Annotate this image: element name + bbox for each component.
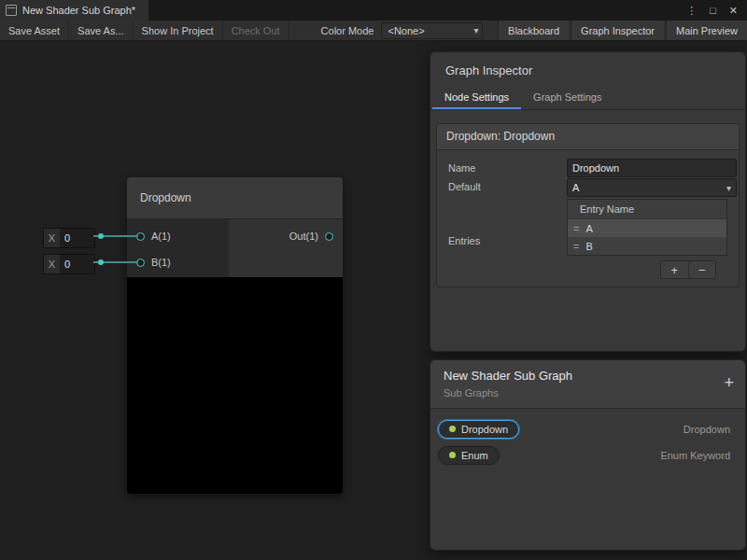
show-in-project-button[interactable]: Show In Project — [134, 21, 223, 40]
dropdown-property-pill[interactable]: Dropdown — [438, 420, 519, 439]
tab-graph-settings[interactable]: Graph Settings — [521, 85, 613, 109]
property-type: Enum Keyword — [660, 450, 730, 461]
node-title[interactable]: Dropdown — [127, 177, 343, 219]
entry-row-a[interactable]: = A — [568, 219, 726, 237]
add-entry-button[interactable]: + — [661, 261, 688, 278]
x-component-label: X — [44, 255, 60, 273]
graph-toolbar: Save Asset Save As... Show In Project Ch… — [0, 21, 747, 41]
blackboard-item-enum: Enum Enum Keyword — [438, 445, 730, 465]
entry-value: A — [585, 223, 592, 234]
name-label: Name — [448, 162, 475, 174]
chevron-down-icon: ▾ — [726, 183, 731, 193]
input-a-default-field[interactable]: X 0 — [43, 228, 95, 248]
x-component-label: X — [44, 229, 60, 247]
entries-list-header: Entry Name — [568, 200, 726, 219]
property-type: Dropdown — [684, 424, 730, 435]
maximize-icon[interactable]: □ — [710, 5, 716, 16]
chevron-down-icon: ▾ — [473, 25, 478, 35]
title-bar: New Shader Sub Graph* ⋮ □ ✕ — [0, 0, 747, 21]
edge-connector-dot — [98, 233, 104, 239]
output-port-label: Out(1) — [289, 231, 318, 242]
save-asset-button[interactable]: Save Asset — [0, 21, 69, 40]
input-port-a-label: A(1) — [151, 231, 171, 242]
input-b-default-field[interactable]: X 0 — [43, 254, 95, 274]
graph-inspector-toggle-button[interactable]: Graph Inspector — [571, 21, 664, 40]
name-input[interactable]: Dropdown — [567, 159, 737, 177]
dropdown-node[interactable]: Dropdown A(1) B(1) Out(1) — [127, 177, 343, 494]
main-preview-toggle-button[interactable]: Main Preview — [666, 21, 747, 40]
section-title: Dropdown: Dropdown — [437, 124, 739, 150]
blackboard-header: New Shader Sub Graph Sub Graphs + — [430, 360, 745, 409]
property-label: Dropdown — [461, 424, 508, 435]
input-port-a[interactable]: A(1) — [136, 229, 171, 244]
document-tab-title: New Shader Sub Graph* — [22, 5, 135, 16]
blackboard-title: New Shader Sub Graph — [444, 369, 732, 383]
input-b-value[interactable]: 0 — [60, 255, 94, 273]
toolbar-right-group: Blackboard Graph Inspector Main Preview — [496, 21, 747, 40]
graph-inspector-panel: Graph Inspector Node Settings Graph Sett… — [430, 51, 746, 352]
default-label: Default — [448, 181, 481, 192]
shader-graph-window: New Shader Sub Graph* ⋮ □ ✕ Save Asset S… — [0, 0, 747, 560]
add-property-button[interactable]: + — [724, 373, 734, 393]
blackboard-toggle-button[interactable]: Blackboard — [498, 21, 569, 40]
input-port-b[interactable]: B(1) — [136, 255, 171, 270]
blackboard-panel: New Shader Sub Graph Sub Graphs + Dropdo… — [430, 359, 746, 551]
edge-connector-dot — [98, 259, 104, 265]
node-preview — [127, 277, 343, 494]
blackboard-item-dropdown: Dropdown Dropdown — [438, 419, 730, 439]
output-port-out[interactable]: Out(1) — [289, 229, 333, 244]
property-label: Enum — [461, 450, 488, 461]
input-port-b-label: B(1) — [151, 257, 171, 268]
node-settings-section: Dropdown: Dropdown Name Dropdown Default… — [436, 123, 740, 287]
drag-handle-icon[interactable]: = — [573, 241, 579, 252]
window-menu-icon[interactable]: ⋮ — [686, 5, 697, 17]
window-controls: ⋮ □ ✕ — [686, 0, 747, 21]
color-mode-dropdown[interactable]: <None> ▾ — [381, 22, 483, 39]
color-mode-label: Color Mode — [314, 21, 382, 40]
close-icon[interactable]: ✕ — [729, 5, 738, 17]
check-out-button: Check Out — [223, 21, 289, 40]
port-circle-icon[interactable] — [325, 232, 333, 241]
save-as-button[interactable]: Save As... — [69, 21, 134, 40]
node-port-area: A(1) B(1) Out(1) — [127, 219, 343, 277]
tab-node-settings[interactable]: Node Settings — [432, 85, 521, 109]
panel-title: Graph Inspector — [430, 52, 745, 85]
input-a-value[interactable]: 0 — [60, 229, 94, 247]
color-mode-value: <None> — [388, 25, 424, 36]
keyword-dot-icon — [449, 426, 456, 432]
enum-property-pill[interactable]: Enum — [438, 446, 500, 465]
entry-row-b[interactable]: = B — [568, 237, 726, 255]
default-value: A — [572, 182, 579, 193]
shader-graph-icon — [6, 5, 17, 16]
document-tab[interactable]: New Shader Sub Graph* — [0, 0, 148, 21]
entries-list-footer: + − — [660, 260, 716, 279]
keyword-dot-icon — [449, 452, 456, 458]
entries-label: Entries — [448, 235, 480, 246]
entries-list: Entry Name = A = B — [567, 199, 727, 256]
drag-handle-icon[interactable]: = — [573, 223, 579, 234]
default-dropdown[interactable]: A ▾ — [567, 178, 737, 197]
inspector-tabs: Node Settings Graph Settings — [430, 85, 745, 110]
entry-value: B — [585, 241, 592, 252]
remove-entry-button[interactable]: − — [688, 261, 716, 278]
blackboard-subtitle: Sub Graphs — [444, 387, 732, 399]
